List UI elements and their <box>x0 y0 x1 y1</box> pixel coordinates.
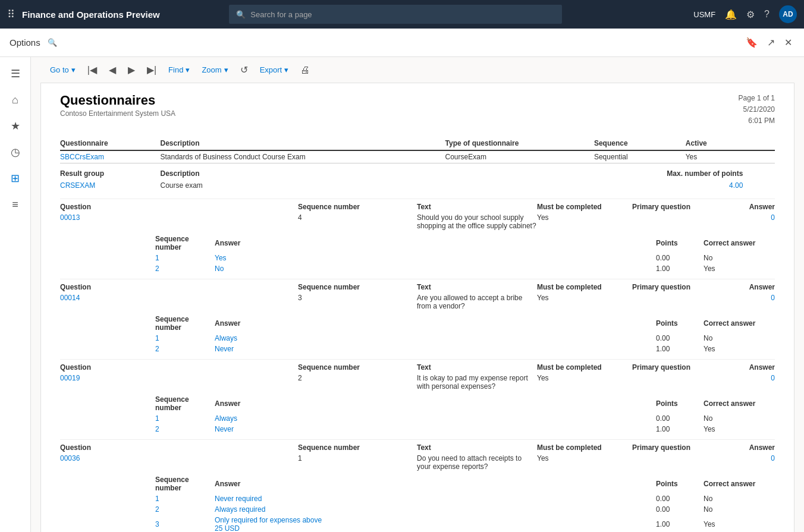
question-data-row: 00036 1 Do you need to attach receipts t… <box>60 453 775 474</box>
print-icon[interactable]: 🖨 <box>296 62 315 78</box>
questionnaire-description: Standards of Business Conduct Course Exa… <box>161 150 445 163</box>
answer-row: 2No1.00Yes <box>155 263 775 274</box>
col-questionnaire: Questionnaire <box>60 137 161 150</box>
grid-menu-icon[interactable]: ⠿ <box>7 8 15 21</box>
answer-row: 1Yes0.00No <box>155 253 775 263</box>
secondary-nav-right: 🔖 ↗ ✕ <box>743 34 794 51</box>
notification-icon[interactable]: 🔔 <box>725 9 737 20</box>
answer-row: 3Only required for expenses above 25 USD… <box>155 515 775 532</box>
answer-row: 2Never1.00Yes <box>155 344 775 354</box>
first-page-icon[interactable]: |◀ <box>83 62 102 78</box>
question-data-row: 00013 4 Should you do your school supply… <box>60 212 775 234</box>
question-header-row: Question Sequence number Text Must be co… <box>60 199 775 212</box>
main-layout: ☰ ⌂ ★ ◷ ⊞ ≡ Go to ▾ |◀ ◀ ▶ ▶| Find ▾ Zoo… <box>0 57 804 532</box>
answer-row: 2Never1.00Yes <box>155 424 775 435</box>
sidebar-item-home[interactable]: ⌂ <box>4 88 27 112</box>
zoom-chevron-icon: ▾ <box>224 65 228 74</box>
questionnaire-active: Yes <box>686 150 748 163</box>
result-group-header-row: Result group Description Max. number of … <box>60 163 775 180</box>
report-date: 5/21/2020 <box>739 104 775 115</box>
question-header-row: Question Sequence number Text Must be co… <box>60 439 775 453</box>
top-nav-right: USMF 🔔 ⚙ ? AD <box>693 5 797 23</box>
content-area: Go to ▾ |◀ ◀ ▶ ▶| Find ▾ Zoom ▾ ↺ Export… <box>31 57 804 532</box>
settings-icon[interactable]: ⚙ <box>746 9 755 20</box>
sidebar: ☰ ⌂ ★ ◷ ⊞ ≡ <box>0 57 31 532</box>
find-button[interactable]: Find ▾ <box>164 63 194 77</box>
sidebar-item-workspaces[interactable]: ⊞ <box>4 166 27 190</box>
secondary-nav: Options 🔍 🔖 ↗ ✕ <box>0 29 804 57</box>
secondary-search-icon[interactable]: 🔍 <box>48 38 57 47</box>
questionnaire-code: SBCCrsExam <box>60 153 104 161</box>
report-header: Questionnaires Contoso Entertainment Sys… <box>60 93 775 127</box>
avatar[interactable]: AD <box>779 5 797 23</box>
zoom-button[interactable]: Zoom ▾ <box>197 63 233 77</box>
close-icon[interactable]: ✕ <box>782 34 794 51</box>
questionnaire-type: CourseExam <box>445 150 594 163</box>
export-button[interactable]: Export ▾ <box>255 63 294 77</box>
answer-table: Sequence numberAnswerPointsCorrect answe… <box>155 394 775 435</box>
sidebar-item-recent[interactable]: ◷ <box>4 140 27 164</box>
export-chevron-icon: ▾ <box>284 65 288 74</box>
find-chevron-icon: ▾ <box>186 65 190 74</box>
col-description: Description <box>161 137 445 150</box>
rg-code: CRSEXAM <box>60 181 95 190</box>
help-icon[interactable]: ? <box>764 9 770 20</box>
report-page: Page 1 of 1 <box>739 93 775 104</box>
refresh-icon[interactable]: ↺ <box>235 62 253 78</box>
answer-table: Sequence numberAnswerPointsCorrect answe… <box>155 474 775 532</box>
col-active: Active <box>686 137 748 150</box>
answer-row: 1Always0.00No <box>155 333 775 344</box>
report-title: Questionnaires <box>60 93 175 108</box>
report-subtitle: Contoso Entertainment System USA <box>60 109 175 118</box>
rg-description-label: Description <box>161 163 445 180</box>
col-sequence: Sequence <box>594 137 686 150</box>
next-page-icon[interactable]: ▶ <box>123 62 140 78</box>
goto-button[interactable]: Go to ▾ <box>45 63 80 77</box>
questionnaire-row: SBCCrsExam Standards of Business Conduct… <box>60 150 775 163</box>
rg-max-points: 4.00 <box>594 180 748 191</box>
questionnaire-sequence: Sequential <box>594 150 686 163</box>
answer-row: 1Always0.00No <box>155 413 775 424</box>
open-external-icon[interactable]: ↗ <box>765 34 777 51</box>
prev-page-icon[interactable]: ◀ <box>104 62 121 78</box>
sidebar-item-list[interactable]: ≡ <box>4 193 27 216</box>
question-data-row: 00019 2 It is okay to pad my expense rep… <box>60 373 775 394</box>
question-header-row: Question Sequence number Text Must be co… <box>60 279 775 292</box>
answer-row: 2Always required0.00No <box>155 504 775 515</box>
company-label: USMF <box>693 10 715 19</box>
rg-max-points-label: Max. number of points <box>594 163 748 180</box>
goto-chevron-icon: ▾ <box>71 65 76 74</box>
answer-table: Sequence numberAnswerPointsCorrect answe… <box>155 314 775 354</box>
col-type: Type of questionnaire <box>445 137 594 150</box>
search-bar[interactable]: 🔍 <box>229 5 562 24</box>
app-title: Finance and Operations Preview <box>22 10 160 20</box>
toolbar: Go to ▾ |◀ ◀ ▶ ▶| Find ▾ Zoom ▾ ↺ Export… <box>31 57 804 83</box>
last-page-icon[interactable]: ▶| <box>142 62 161 78</box>
search-icon: 🔍 <box>236 10 246 19</box>
search-input[interactable] <box>250 10 555 19</box>
sidebar-item-hamburger[interactable]: ☰ <box>4 62 27 86</box>
sidebar-item-favorites[interactable]: ★ <box>4 114 27 138</box>
main-table: Questionnaire Description Type of questi… <box>60 137 775 191</box>
rg-description: Course exam <box>161 180 445 191</box>
answer-row: 1Never required0.00No <box>155 493 775 504</box>
answer-table: Sequence numberAnswerPointsCorrect answe… <box>155 234 775 274</box>
table-header-row: Questionnaire Description Type of questi… <box>60 137 775 150</box>
questions-section: Question Sequence number Text Must be co… <box>60 199 775 532</box>
question-data-row: 00014 3 Are you allowed to accept a brib… <box>60 292 775 314</box>
result-group-data-row: CRSEXAM Course exam 4.00 <box>60 180 775 191</box>
bookmark-icon[interactable]: 🔖 <box>743 34 760 51</box>
top-nav: ⠿ Finance and Operations Preview 🔍 USMF … <box>0 0 804 29</box>
question-header-row: Question Sequence number Text Must be co… <box>60 359 775 373</box>
secondary-nav-title: Options <box>10 37 40 48</box>
report-time: 6:01 PM <box>739 115 775 127</box>
result-group-label: Result group <box>60 163 161 180</box>
report-container: Questionnaires Contoso Entertainment Sys… <box>40 83 794 532</box>
report-meta: Page 1 of 1 5/21/2020 6:01 PM <box>739 93 775 127</box>
